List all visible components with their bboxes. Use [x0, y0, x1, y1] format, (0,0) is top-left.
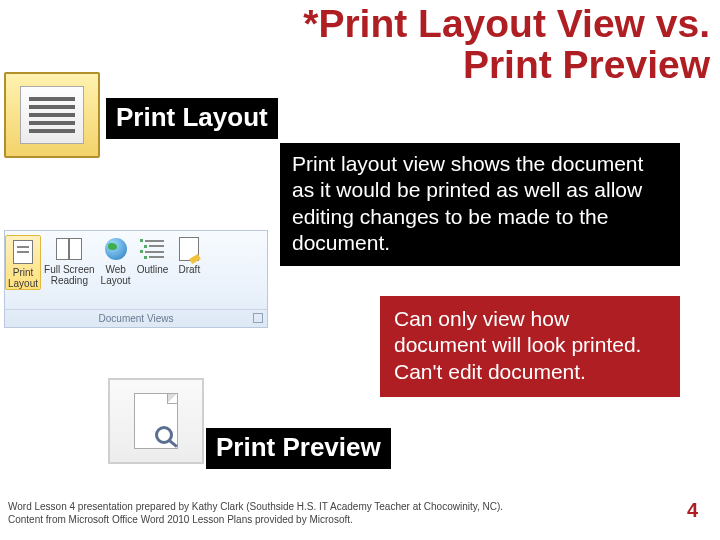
ribbon-label: Outline	[137, 265, 169, 276]
full-screen-reading-icon	[54, 235, 84, 263]
ribbon-label: Reading	[51, 276, 88, 287]
draft-icon	[174, 235, 204, 263]
print-preview-description: Can only view how document will look pri…	[380, 296, 680, 397]
slide-number: 4	[687, 499, 698, 522]
ribbon-label: Print	[13, 268, 34, 279]
slide: *Print Layout View vs. Print Preview Pri…	[0, 0, 720, 540]
title-line-2: Print Preview	[463, 43, 710, 86]
dialog-launcher-icon[interactable]	[253, 313, 263, 323]
outline-icon	[137, 235, 167, 263]
ribbon-group-label: Document Views	[5, 309, 267, 327]
print-layout-label: Print Layout	[106, 98, 278, 139]
ribbon-document-views: Print Layout Full Screen Reading Web Lay…	[4, 230, 268, 328]
ribbon-item-full-screen-reading[interactable]: Full Screen Reading	[41, 235, 98, 286]
print-preview-label: Print Preview	[206, 428, 391, 469]
ribbon-item-draft[interactable]: Draft	[171, 235, 207, 276]
ribbon-label: Layout	[8, 279, 38, 290]
ribbon-item-print-layout[interactable]: Print Layout	[5, 235, 41, 290]
magnifier-icon	[155, 426, 173, 444]
ribbon-label: Layout	[101, 276, 131, 287]
ribbon-items: Print Layout Full Screen Reading Web Lay…	[5, 231, 267, 309]
print-layout-description: Print layout view shows the document as …	[280, 143, 680, 266]
page-magnifier-icon	[134, 393, 178, 449]
ribbon-item-outline[interactable]: Outline	[134, 235, 172, 276]
print-layout-small-icon	[8, 238, 38, 266]
ribbon-label: Full Screen	[44, 265, 95, 276]
title-line-1: *Print Layout View vs.	[303, 2, 710, 45]
print-preview-icon	[108, 378, 204, 464]
slide-footer: Word Lesson 4 presentation prepared by K…	[8, 501, 528, 526]
ribbon-label: Web	[105, 265, 125, 276]
print-layout-icon	[4, 72, 100, 158]
web-layout-icon	[101, 235, 131, 263]
ribbon-label: Draft	[178, 265, 200, 276]
slide-title: *Print Layout View vs. Print Preview	[190, 4, 710, 86]
group-label-text: Document Views	[99, 313, 174, 324]
page-icon	[20, 86, 84, 144]
ribbon-item-web-layout[interactable]: Web Layout	[98, 235, 134, 286]
